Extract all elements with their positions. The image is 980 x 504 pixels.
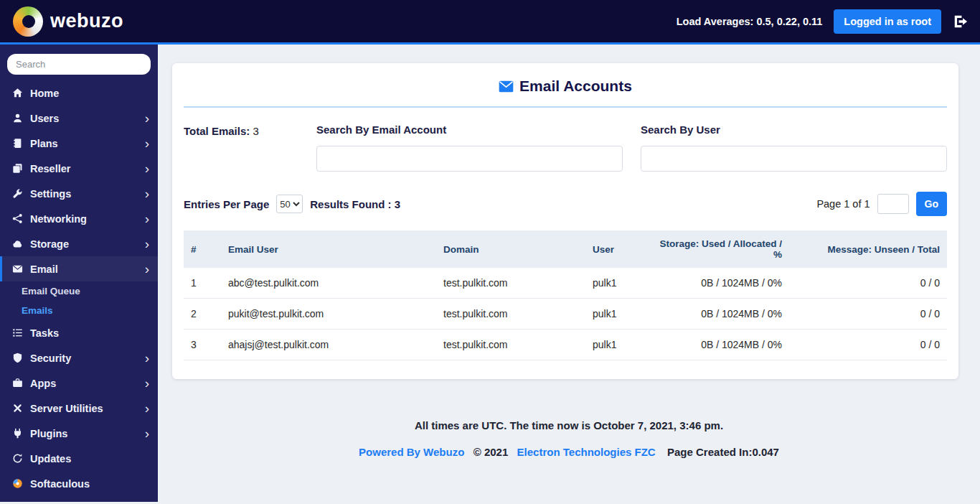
sidebar-item-label: Updates <box>30 453 71 465</box>
table-cell: pulk1 <box>585 330 646 360</box>
main-content: Email Accounts Total Emails: 3 Search By… <box>158 45 980 502</box>
table-cell: 0 / 0 <box>789 299 947 330</box>
cloud-icon <box>11 238 23 250</box>
sidebar-item-label: Home <box>30 88 59 99</box>
sidebar-item-apps[interactable]: Apps› <box>0 370 158 396</box>
page-title: Email Accounts <box>184 78 947 95</box>
tools-icon <box>11 403 23 414</box>
logged-in-as-root-button[interactable]: Logged in as root <box>834 9 941 34</box>
logout-icon[interactable] <box>953 14 969 29</box>
page-info: Page 1 of 1 <box>816 198 870 210</box>
chevron-right-icon: › <box>145 189 149 199</box>
footer-credits: Powered By Webuzo © 2021 Electron Techno… <box>158 446 980 458</box>
total-emails-value: 3 <box>253 125 258 137</box>
sidebar-item-server-utilities[interactable]: Server Utilities› <box>0 396 158 421</box>
column-header: Email User <box>221 230 436 268</box>
search-by-email-label: Search By Email Account <box>316 123 623 136</box>
sidebar-item-label: Tasks <box>30 327 59 339</box>
page-created-in: Page Created In:0.047 <box>667 446 779 458</box>
chevron-right-icon: › <box>145 429 149 439</box>
load-averages: Load Averages: 0.5, 0.22, 0.11 <box>677 16 823 27</box>
sidebar-item-label: Security <box>30 353 71 364</box>
column-header: Message: Unseen / Total <box>789 230 947 268</box>
page-number-input[interactable] <box>877 194 909 214</box>
table-row: 1abc@test.pulkit.comtest.pulkit.compulk1… <box>184 268 947 299</box>
column-header: User <box>585 230 646 268</box>
envelope-icon <box>11 263 23 275</box>
sidebar-item-settings[interactable]: Settings› <box>0 181 158 206</box>
entries-per-page-label: Entries Per Page <box>184 198 269 210</box>
chevron-right-icon: › <box>145 353 149 363</box>
chevron-right-icon: › <box>145 214 149 224</box>
sidebar-item-label: Reseller <box>30 163 70 174</box>
table-cell: test.pulkit.com <box>436 330 585 360</box>
sidebar-item-networking[interactable]: Networking› <box>0 206 158 231</box>
chevron-right-icon: › <box>145 239 149 249</box>
tasks-icon <box>11 327 23 339</box>
sidebar-item-storage[interactable]: Storage› <box>0 231 158 256</box>
sidebar-subitem-email-queue[interactable]: Email Queue <box>0 281 158 301</box>
topbar: webuzo Load Averages: 0.5, 0.22, 0.11 Lo… <box>0 0 980 45</box>
column-header: Storage: Used / Allocated / % <box>646 230 789 268</box>
table-cell: ahajsj@test.pulkit.com <box>221 330 436 360</box>
search-by-email-input[interactable] <box>316 146 623 172</box>
sidebar-item-label: Users <box>30 113 59 124</box>
electron-technologies-link[interactable]: Electron Technologies FZC <box>517 446 656 458</box>
webuzo-logo[interactable]: webuzo <box>13 6 123 37</box>
chevron-right-icon: › <box>145 403 149 414</box>
page-title-text: Email Accounts <box>519 78 632 95</box>
sidebar-item-users[interactable]: Users› <box>0 106 158 131</box>
table-cell: abc@test.pulkit.com <box>221 268 436 299</box>
go-button[interactable]: Go <box>916 192 947 216</box>
search-input[interactable] <box>7 54 151 75</box>
sidebar-item-label: Settings <box>30 188 71 200</box>
table-cell: 0 / 0 <box>789 268 947 299</box>
user-icon <box>11 113 23 124</box>
table-cell: test.pulkit.com <box>436 299 585 330</box>
sidebar-item-label: Plugins <box>30 428 67 439</box>
table-row: 2pukit@test.pulkit.comtest.pulkit.compul… <box>184 299 947 330</box>
column-header: Domain <box>436 230 585 268</box>
table-cell: 2 <box>184 299 221 330</box>
shield-icon <box>11 353 23 364</box>
sidebar-item-email[interactable]: Email› <box>0 256 158 281</box>
wrench-icon <box>11 188 23 200</box>
chevron-right-icon: › <box>145 164 149 174</box>
network-icon <box>11 213 23 225</box>
table-cell: pulk1 <box>585 299 646 330</box>
sidebar-item-plans[interactable]: Plans› <box>0 131 158 156</box>
webuzo-logo-icon <box>13 6 43 37</box>
search-by-user-input[interactable] <box>641 146 947 172</box>
entries-per-page-select[interactable]: 50 <box>276 195 303 213</box>
sidebar-item-updates[interactable]: Updates <box>0 446 158 471</box>
chevron-right-icon: › <box>145 139 149 149</box>
sidebar-item-reseller[interactable]: Reseller› <box>0 156 158 181</box>
sidebar-item-label: Networking <box>30 213 87 225</box>
chevron-right-icon: › <box>145 113 149 123</box>
column-header: # <box>184 230 221 268</box>
sidebar-item-home[interactable]: Home <box>0 80 158 106</box>
chevron-right-icon: › <box>145 378 149 388</box>
title-divider <box>184 106 947 108</box>
softaculous-icon <box>11 478 23 490</box>
email-icon <box>499 80 514 93</box>
sidebar-item-softaculous[interactable]: Softaculous <box>0 471 158 496</box>
plug-icon <box>11 428 23 439</box>
reseller-icon <box>11 163 23 174</box>
table-cell: 0B / 1024MB / 0% <box>646 268 789 299</box>
sidebar-subitem-emails[interactable]: Emails <box>0 301 158 320</box>
sidebar-item-label: Plans <box>30 138 58 149</box>
email-accounts-table: #Email UserDomainUserStorage: Used / All… <box>184 230 947 360</box>
table-cell: 0 / 0 <box>789 330 947 360</box>
table-cell: 0B / 1024MB / 0% <box>646 330 789 360</box>
table-row: 3ahajsj@test.pulkit.comtest.pulkit.compu… <box>184 330 947 360</box>
sidebar-item-label: Softaculous <box>30 478 90 490</box>
sidebar-item-label: Server Utilities <box>30 403 103 414</box>
sidebar-item-tasks[interactable]: Tasks <box>0 320 158 345</box>
sidebar-item-plugins[interactable]: Plugins› <box>0 421 158 446</box>
sidebar-item-security[interactable]: Security› <box>0 345 158 370</box>
apps-icon <box>11 378 23 389</box>
home-icon <box>11 88 23 99</box>
powered-by-webuzo-link[interactable]: Powered By Webuzo <box>359 446 464 458</box>
total-emails-label: Total Emails: 3 <box>184 125 259 137</box>
